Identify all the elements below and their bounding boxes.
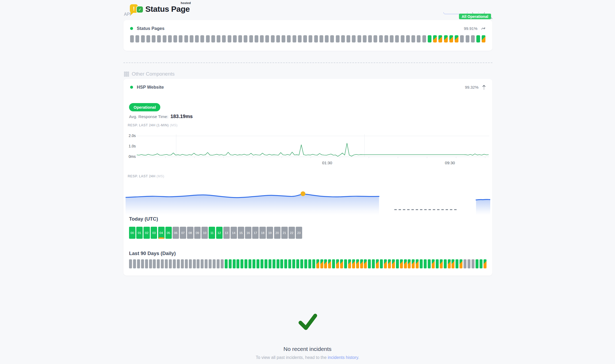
day-bar[interactable] [145,259,148,268]
uptime-bar[interactable] [336,35,340,42]
day-bar[interactable] [372,259,375,268]
day-bar[interactable] [356,259,359,268]
day-bar[interactable] [320,259,323,268]
uptime-bar[interactable] [303,35,307,42]
hour-cell-17[interactable]: 17 [252,227,259,239]
day-bar[interactable] [193,259,196,268]
day-bar[interactable] [440,259,443,268]
hour-cell-04[interactable]: 04 [158,227,165,239]
day-bar[interactable] [201,259,204,268]
hour-cell-21[interactable]: 21 [281,227,288,239]
day-bar[interactable] [248,259,251,268]
hour-cell-16[interactable]: 16 [245,227,251,239]
day-bar[interactable] [396,259,399,268]
day-bar[interactable] [468,259,470,268]
hour-cell-20[interactable]: 20 [274,227,281,239]
day-bar[interactable] [380,259,383,268]
day-bar[interactable] [273,259,275,268]
uptime-bar[interactable] [190,35,193,42]
day-bar[interactable] [169,259,172,268]
day-bar[interactable] [236,259,239,268]
hour-cell-08[interactable]: 08 [187,227,193,239]
uptime-bar[interactable] [217,35,220,42]
day-bar[interactable] [252,259,255,268]
day-bar[interactable] [304,259,307,268]
trend-wave-icon[interactable] [481,27,486,30]
day-bar[interactable] [288,259,291,268]
uptime-bar[interactable] [146,35,150,42]
hour-cell-10[interactable]: 10 [201,227,208,239]
day-bar[interactable] [436,259,439,268]
day-bar[interactable] [448,259,451,268]
day-bar[interactable] [161,259,164,268]
hour-cell-13[interactable]: 13 [223,227,230,239]
day-bar[interactable] [416,259,419,268]
day-bar[interactable] [368,259,371,268]
day-bar[interactable] [264,259,267,268]
uptime-bar[interactable] [347,35,350,42]
day-bar[interactable] [340,259,343,268]
hour-cell-22[interactable]: 22 [289,227,295,239]
day-bar[interactable] [292,259,295,268]
uptime-bar[interactable] [309,35,312,42]
day-bar[interactable] [451,259,454,268]
hour-cell-05[interactable]: 05 [165,227,172,239]
uptime-bar[interactable] [363,35,367,42]
day-bar[interactable] [197,259,200,268]
uptime-bar[interactable] [471,35,475,42]
uptime-bar[interactable] [455,35,458,42]
uptime-bar[interactable] [417,35,421,42]
uptime-bar[interactable] [238,35,242,42]
hour-cell-01[interactable]: 01 [136,227,143,239]
day-bar[interactable] [408,259,411,268]
day-bar[interactable] [404,259,407,268]
day-bar[interactable] [336,259,339,268]
uptime-bar[interactable] [466,35,469,42]
uptime-bar[interactable] [255,35,258,42]
uptime-bar[interactable] [287,35,291,42]
day-bar[interactable] [348,259,351,268]
uptime-bar[interactable] [152,35,155,42]
hour-cell-03[interactable]: 03 [151,227,157,239]
day-bar[interactable] [153,259,156,268]
day-bar[interactable] [213,259,216,268]
day-bar[interactable] [209,259,212,268]
day-bar[interactable] [328,259,331,268]
day-bar[interactable] [189,259,192,268]
day-bar[interactable] [141,259,144,268]
uptime-bar[interactable] [357,35,361,42]
uptime-bar[interactable] [135,35,139,42]
day-bar[interactable] [352,259,355,268]
day-bar[interactable] [480,259,482,268]
uptime-bar[interactable] [244,35,247,42]
day-bar[interactable] [221,259,224,268]
uptime-bar[interactable] [476,35,480,42]
uptime-bar[interactable] [314,35,318,42]
uptime-bar[interactable] [352,35,356,42]
hour-cell-12[interactable]: 12 [216,227,223,239]
hour-cell-19[interactable]: 19 [267,227,273,239]
day-bar[interactable] [300,259,303,268]
uptime-bar[interactable] [271,35,275,42]
uptime-bar[interactable] [195,35,199,42]
day-bar[interactable] [233,259,236,268]
uptime-bar[interactable] [320,35,323,42]
uptime-bar[interactable] [233,35,237,42]
day-bar[interactable] [181,259,184,268]
uptime-bar[interactable] [460,35,464,42]
uptime-bar[interactable] [168,35,172,42]
uptime-bar[interactable] [260,35,264,42]
uptime-bar[interactable] [222,35,226,42]
hour-cell-07[interactable]: 07 [180,227,186,239]
day-bar[interactable] [392,259,395,268]
day-bar[interactable] [432,259,435,268]
day-bar[interactable] [428,259,431,268]
uptime-bar[interactable] [184,35,188,42]
day-bar[interactable] [312,259,315,268]
uptime-bar[interactable] [379,35,383,42]
day-bar[interactable] [177,259,180,268]
day-bar[interactable] [456,259,458,268]
hour-cell-15[interactable]: 15 [238,227,244,239]
status-badge[interactable]: All Operational [459,14,491,19]
day-bar[interactable] [225,259,228,268]
